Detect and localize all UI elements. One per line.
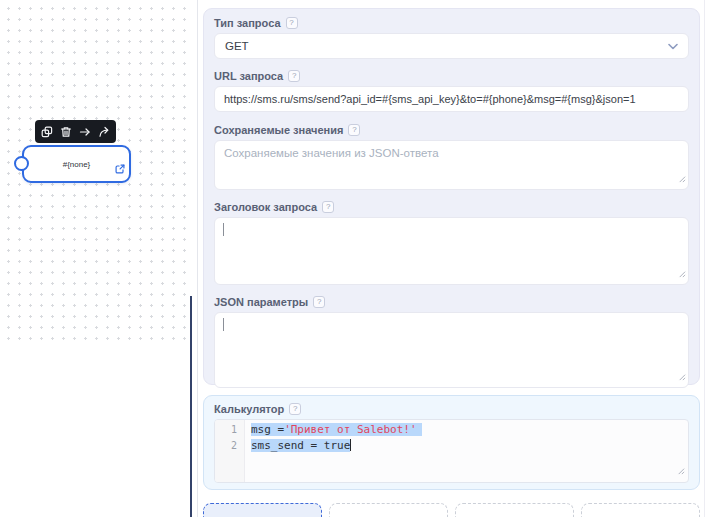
arrow-right-icon[interactable] [76,123,93,140]
text-cursor [223,223,224,236]
bottom-tab-4[interactable] [581,503,700,517]
code-line-1: msg ='Привет от Salebot!' [251,422,688,438]
code-line-2: sms_send = true [251,438,688,454]
help-icon[interactable]: ? [348,124,360,136]
request-url-input[interactable] [214,86,689,112]
share-icon[interactable] [95,123,112,140]
node-connector-port[interactable] [14,156,29,171]
request-type-select[interactable]: GET [214,33,689,59]
panel-scrollbar-thumb[interactable] [190,296,192,517]
code-content[interactable]: msg ='Привет от Salebot!' sms_send = tru… [245,420,688,482]
help-icon[interactable]: ? [288,70,300,82]
copy-icon[interactable] [39,123,56,140]
request-settings-card: Тип запроса ? GET URL запроса ? Сохраняе… [203,8,700,385]
saved-values-label: Сохраняемые значения ? [214,124,689,136]
help-icon[interactable]: ? [286,17,298,29]
text-cursor [350,439,351,451]
help-icon[interactable]: ? [313,296,325,308]
request-header-textarea[interactable] [214,217,689,285]
panel-left-separator [197,0,198,517]
help-icon[interactable]: ? [289,403,301,415]
request-url-label: URL запроса ? [214,70,689,82]
request-type-value: GET [225,40,249,52]
node-label: #{none} [63,160,91,169]
request-type-label: Тип запроса ? [214,17,689,29]
chevron-down-icon [668,43,678,50]
request-header-label: Заголовок запроса ? [214,201,689,213]
bottom-tab-strip [203,503,700,517]
flow-node-webhook[interactable]: #{none} [22,145,131,183]
trash-icon[interactable] [58,123,75,140]
help-icon[interactable]: ? [322,201,334,213]
calculator-card: Калькулятор ? 1 2 msg ='Привет от Salebo… [203,395,700,490]
node-toolbar [35,120,116,143]
json-params-textarea[interactable] [214,312,689,388]
json-params-label: JSON параметры ? [214,296,689,308]
calculator-code-editor[interactable]: 1 2 msg ='Привет от Salebot!' sms_send =… [214,419,689,483]
line-number-gutter: 1 2 [215,420,245,482]
bottom-tab-1[interactable] [203,503,322,517]
saved-values-textarea[interactable] [214,140,689,190]
panel-right-separator [704,0,705,517]
calculator-label: Калькулятор ? [214,403,689,415]
text-cursor [223,318,224,331]
bottom-tab-2[interactable] [329,503,448,517]
external-link-icon[interactable] [115,160,125,178]
bottom-tab-3[interactable] [455,503,574,517]
line-number: 1 [215,422,237,438]
line-number: 2 [215,438,237,454]
